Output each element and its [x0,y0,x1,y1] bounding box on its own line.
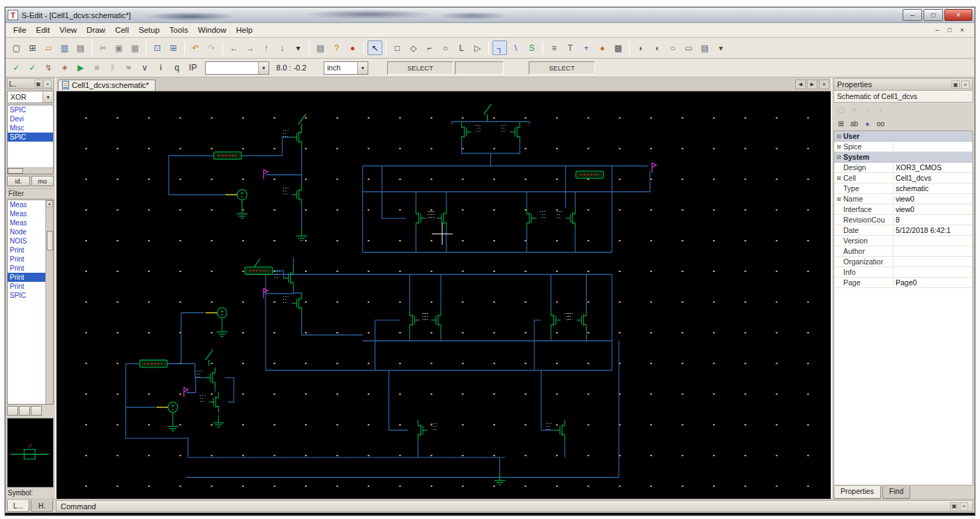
probe-run-button[interactable]: ↯ [41,61,56,75]
cell-item-1[interactable]: Meas [8,209,45,218]
library-filter-combo[interactable]: XOR ▾ [7,91,54,103]
refresh-button[interactable]: ● [345,40,360,55]
tab-next-button[interactable]: ▶ [807,80,817,89]
property-row-name[interactable]: ⊞Nameview0 [834,194,972,204]
float-panel-icon[interactable]: ▣ [950,502,958,511]
cell-item-4[interactable]: NOIS [8,236,45,246]
property-row-interface[interactable]: Interfaceview0 [834,204,972,215]
wire[interactable] [169,156,227,195]
move-up-button[interactable]: ↑ [861,104,873,115]
command-panel-header[interactable]: Command ▣ × [56,500,973,512]
probe-charge-button[interactable]: q [169,61,184,75]
library-item-0[interactable]: SPIC [8,105,53,114]
cell-item-3[interactable]: Node [8,227,45,236]
library-list[interactable]: SPICDeviMiscSPIC [7,105,54,174]
move-down-button[interactable]: ↓ [875,104,887,115]
net-label[interactable] [140,360,167,368]
print-button[interactable]: ▤ [73,40,88,55]
document-tab[interactable]: Cell1_dcvs:schematic* [58,80,156,91]
mosfet-symbol[interactable] [501,121,520,142]
close-panel-icon[interactable]: × [960,502,968,511]
cell-item-6[interactable]: Print [8,255,45,264]
properties-tab-find[interactable]: Find [882,486,910,499]
wire[interactable] [294,288,302,292]
ground-symbol[interactable] [167,419,179,431]
scroll-up-icon[interactable]: ▲ [46,200,53,207]
flow-shape-o-button[interactable]: ○ [665,40,680,55]
cut-button[interactable]: ✂ [96,40,110,55]
property-value[interactable]: Page0 [894,278,972,287]
net-label[interactable] [213,152,241,160]
menu-draw[interactable]: Draw [82,24,110,36]
symbol-view-button-0[interactable] [7,406,18,416]
menu-cell[interactable]: Cell [110,24,134,36]
symbol-view-button-2[interactable] [31,406,42,416]
mosfet-symbol[interactable] [527,208,545,229]
ground-symbol[interactable] [236,206,248,218]
property-value[interactable]: view0 [894,205,972,213]
mdi-restore-button[interactable]: □ [944,25,955,35]
property-row-info[interactable]: Info [834,267,972,278]
view-grid-button[interactable]: ⊞ [166,40,181,55]
stop-simulation-button[interactable]: ■ [89,61,104,75]
mdi-close-button[interactable]: × [957,25,967,35]
circle-tool-button[interactable]: ○ [438,40,453,55]
waveform-button[interactable]: ≈ [121,61,136,75]
close-panel-icon[interactable]: × [961,80,970,89]
setup-simulation-button[interactable]: ∗ [57,61,72,75]
expander-icon[interactable]: ⊟ [834,154,843,160]
open-folder-button[interactable]: ▱ [41,40,56,55]
run-simulation-button[interactable]: ▶ [73,61,88,75]
net-label[interactable] [576,171,604,179]
mosfet-symbol[interactable] [283,293,302,314]
scrollbar-thumb[interactable] [8,168,23,174]
save-button[interactable]: ▥ [57,40,72,55]
library-item-3[interactable]: SPIC [8,133,53,142]
wire[interactable] [612,171,650,192]
wire-s-tool-button[interactable]: S [525,40,539,55]
scrollbar-thumb[interactable] [47,231,53,250]
unit-combo[interactable]: inch ▾ [324,61,368,75]
cell-item-10[interactable]: SPIC [8,291,45,300]
wire[interactable] [225,377,234,402]
wire-45-tool-button[interactable]: \ [508,40,523,55]
mosfet-symbol[interactable] [200,392,219,413]
zoom-in-button[interactable]: ↑ [259,40,273,55]
mosfet-symbol[interactable] [416,208,435,229]
symbol-view-button-1[interactable] [19,406,30,416]
redo-button[interactable]: ↷ [204,40,219,55]
library-button-1[interactable]: mo [31,176,54,186]
expander-icon[interactable]: ⊟ [834,133,843,140]
cell-item-7[interactable]: Print [8,264,45,273]
label-tool-button[interactable]: L [454,40,469,55]
property-value[interactable]: 8 [894,216,972,224]
cell-item-9[interactable]: Print [8,282,45,291]
expander-icon[interactable]: ⊞ [834,144,843,150]
wire[interactable] [126,363,188,457]
property-row-design[interactable]: DesignXOR3_CMOS [834,163,972,173]
flow-shape-d-button[interactable]: ◗ [633,40,648,55]
property-row-author[interactable]: Author [834,246,972,257]
flow-shape-c-button[interactable]: ◖ [649,40,664,55]
library-item-2[interactable]: Misc [8,123,53,133]
menu-tools[interactable]: Tools [165,24,193,36]
menu-help[interactable]: Help [232,24,258,36]
library-list-hscrollbar[interactable] [8,167,53,174]
new-document-button[interactable]: ▢ [9,40,24,55]
show-groups-button[interactable]: ⊞ [835,118,847,129]
net-highlight-button[interactable]: ▩ [611,40,626,55]
ground-symbol[interactable] [494,473,505,485]
cell-list[interactable]: MeasMeasMeasNodeNOISPrintPrintPrintPrint… [7,200,54,405]
menu-setup[interactable]: Setup [134,24,165,36]
ip-library-button[interactable]: IP [186,61,200,75]
probe-voltage-button[interactable]: v [137,61,152,75]
pause-simulation-button[interactable]: ‖ [105,61,120,75]
box-tool-button[interactable]: □ [390,40,405,55]
show-names-button[interactable]: ab [848,118,860,129]
property-row-spice[interactable]: ⊞Spice [834,142,972,152]
menu-edit[interactable]: Edit [31,24,55,36]
property-row-page[interactable]: PagePage0 [834,278,972,288]
menu-window[interactable]: Window [193,24,232,36]
menu-view[interactable]: View [54,24,82,36]
property-row-revisioncou[interactable]: RevisionCou8 [834,215,972,225]
